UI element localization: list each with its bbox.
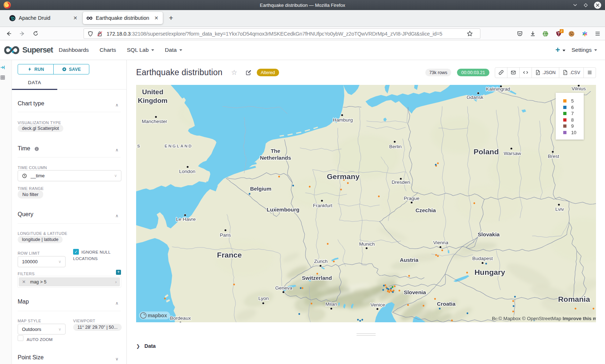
svg-text:Hungary: Hungary: [474, 268, 505, 276]
svg-text:Slovakia: Slovakia: [478, 231, 500, 237]
svg-text:10: 10: [571, 130, 576, 135]
svg-text:Kaliningrad: Kaliningrad: [486, 86, 510, 92]
svg-text:Munich: Munich: [359, 241, 375, 247]
svg-text:Luxembourg: Luxembourg: [267, 206, 300, 213]
svg-text:8: 8: [571, 117, 574, 123]
svg-text:Belgium: Belgium: [250, 186, 271, 192]
svg-text:Paris: Paris: [220, 232, 231, 238]
svg-text:ENGLAND: ENGLAND: [165, 144, 193, 148]
svg-text:Lyon: Lyon: [259, 296, 269, 301]
svg-text:Le Havre: Le Havre: [176, 217, 196, 222]
svg-text:Poland: Poland: [474, 147, 499, 156]
svg-text:Vilnius: Vilnius: [572, 86, 586, 91]
svg-text:Switzerland: Switzerland: [302, 275, 332, 281]
svg-text:© Mapbox © OpenStreetMap Impro: © Mapbox © OpenStreetMap Improve this ma…: [498, 316, 596, 321]
svg-text:Croatia: Croatia: [437, 301, 456, 307]
svg-text:Romania: Romania: [558, 295, 590, 303]
svg-text:Czechia: Czechia: [416, 207, 436, 213]
svg-text:Gdansk: Gdansk: [467, 95, 484, 100]
svg-text:Kingdom: Kingdom: [138, 97, 167, 104]
svg-text:Slovenia: Slovenia: [404, 289, 426, 295]
svg-text:Dresden: Dresden: [391, 179, 410, 185]
svg-text:France: France: [217, 251, 242, 259]
svg-text:Hamburg: Hamburg: [333, 117, 353, 123]
svg-text:9: 9: [571, 123, 574, 129]
svg-text:Brest: Brest: [548, 154, 559, 159]
svg-text:Zurich: Zurich: [314, 259, 328, 264]
svg-text:Berlin: Berlin: [389, 144, 402, 149]
svg-text:The: The: [271, 148, 281, 154]
svg-text:Prague: Prague: [404, 196, 420, 201]
svg-text:Germany: Germany: [327, 172, 359, 181]
svg-text:Manchester: Manchester: [142, 119, 167, 124]
svg-text:Lviv: Lviv: [555, 206, 564, 212]
svg-text:5: 5: [571, 98, 574, 104]
svg-text:Venice: Venice: [371, 302, 385, 308]
svg-text:x: x: [564, 72, 566, 74]
svg-text:Budapest: Budapest: [472, 256, 493, 261]
svg-text:Bordeaux: Bordeaux: [170, 315, 191, 321]
svg-text:Warsaw: Warsaw: [504, 151, 521, 156]
svg-text:mapbox: mapbox: [148, 313, 167, 318]
svg-text:United: United: [142, 88, 163, 96]
svg-text:Vienna: Vienna: [433, 240, 448, 245]
svg-text:Netherlands: Netherlands: [260, 155, 291, 161]
svg-text:Frankfurt: Frankfurt: [313, 203, 332, 208]
svg-text:London: London: [179, 169, 195, 174]
svg-text:Geneva: Geneva: [275, 285, 292, 291]
svg-text:7: 7: [571, 111, 574, 116]
svg-text:Milan: Milan: [326, 301, 337, 307]
svg-text:6: 6: [571, 105, 574, 110]
svg-text:ES: ES: [136, 144, 141, 148]
svg-text:Austria: Austria: [400, 257, 418, 263]
